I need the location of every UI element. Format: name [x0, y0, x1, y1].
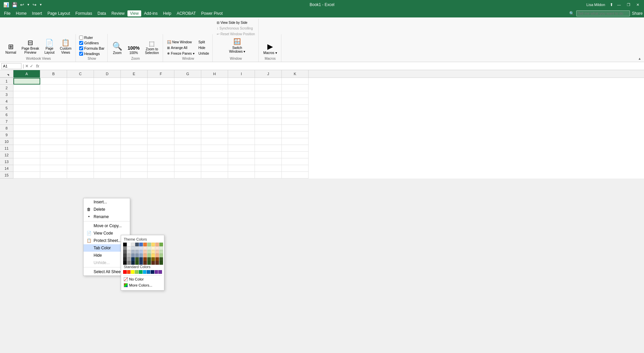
cell-K11[interactable] [282, 145, 309, 152]
color-swatch[interactable] [147, 250, 151, 254]
cell-J7[interactable] [255, 118, 282, 125]
ruler-input[interactable] [79, 36, 83, 40]
standard-color-swatch[interactable] [123, 270, 127, 274]
cell-A2[interactable] [13, 85, 40, 91]
col-header-c[interactable]: C [67, 70, 94, 78]
cell-E7[interactable] [121, 118, 148, 125]
cell-G15[interactable] [174, 172, 201, 179]
color-swatch[interactable] [147, 243, 151, 246]
cell-E9[interactable] [121, 132, 148, 138]
color-swatch[interactable] [151, 250, 155, 254]
menu-data[interactable]: Data [95, 10, 109, 16]
cell-C1[interactable] [67, 78, 94, 85]
unhide-button[interactable]: Unhide [197, 51, 211, 56]
row-5[interactable]: 5 [0, 105, 13, 111]
cell-K7[interactable] [282, 118, 309, 125]
color-swatch[interactable] [147, 261, 151, 265]
col-header-i[interactable]: I [228, 70, 255, 78]
cell-E10[interactable] [121, 138, 148, 145]
color-swatch[interactable] [147, 257, 151, 261]
col-header-a[interactable]: A [13, 70, 40, 78]
cell-H1[interactable] [201, 78, 228, 85]
restore-button[interactable]: ❐ [625, 2, 632, 8]
cell-A1[interactable] [13, 78, 40, 85]
ruler-checkbox[interactable]: Ruler [78, 35, 94, 40]
cell-E14[interactable] [121, 165, 148, 172]
color-swatch[interactable] [131, 250, 135, 254]
cell-B14[interactable] [40, 165, 67, 172]
cell-F13[interactable] [148, 158, 174, 165]
color-swatch[interactable] [131, 261, 135, 265]
cell-C3[interactable] [67, 91, 94, 98]
formula-bar-checkbox[interactable]: Formula Bar [78, 46, 105, 51]
cell-J15[interactable] [255, 172, 282, 179]
cell-A13[interactable] [13, 158, 40, 165]
cell-F12[interactable] [148, 152, 174, 158]
page-layout-button[interactable]: 📄 PageLayout [43, 38, 57, 56]
cell-C4[interactable] [67, 98, 94, 105]
cell-E13[interactable] [121, 158, 148, 165]
close-button[interactable]: ✕ [634, 2, 641, 8]
cell-D13[interactable] [94, 158, 121, 165]
cell-G10[interactable] [174, 138, 201, 145]
cell-K2[interactable] [282, 85, 309, 91]
cell-G14[interactable] [174, 165, 201, 172]
cell-D6[interactable] [94, 111, 121, 118]
minimize-button[interactable]: — [615, 2, 623, 7]
cell-G7[interactable] [174, 118, 201, 125]
cell-B4[interactable] [40, 98, 67, 105]
color-swatch[interactable] [147, 246, 151, 250]
cell-G13[interactable] [174, 158, 201, 165]
cell-J4[interactable] [255, 98, 282, 105]
color-swatch[interactable] [135, 257, 139, 261]
cell-I8[interactable] [228, 125, 255, 132]
cell-K14[interactable] [282, 165, 309, 172]
color-swatch[interactable] [127, 246, 131, 250]
macros-button[interactable]: ▶ Macros ▾ [261, 42, 279, 56]
color-swatch[interactable] [139, 257, 143, 261]
color-swatch[interactable] [159, 254, 163, 257]
standard-color-swatch[interactable] [147, 270, 150, 274]
cell-B1[interactable] [40, 78, 67, 85]
cell-G9[interactable] [174, 132, 201, 138]
row-10[interactable]: 10 [0, 138, 13, 145]
menu-power-pivot[interactable]: Power Pivot [199, 10, 225, 16]
name-box[interactable] [1, 63, 21, 69]
color-swatch[interactable] [159, 246, 163, 250]
color-swatch[interactable] [127, 250, 131, 254]
color-swatch[interactable] [139, 246, 143, 250]
cell-E6[interactable] [121, 111, 148, 118]
row-7[interactable]: 7 [0, 118, 13, 125]
cell-D8[interactable] [94, 125, 121, 132]
cell-I15[interactable] [228, 172, 255, 179]
color-swatch[interactable] [155, 254, 159, 257]
cell-C7[interactable] [67, 118, 94, 125]
cancel-formula-icon[interactable]: ✕ [25, 64, 29, 68]
color-swatch[interactable] [123, 254, 127, 257]
cell-A15[interactable] [13, 172, 40, 179]
cell-G1[interactable] [174, 78, 201, 85]
color-swatch[interactable] [139, 254, 143, 257]
cell-J6[interactable] [255, 111, 282, 118]
color-swatch[interactable] [131, 246, 135, 250]
arrange-all-button[interactable]: ⊞Arrange All [166, 45, 196, 50]
cell-D1[interactable] [94, 78, 121, 85]
color-swatch[interactable] [123, 246, 127, 250]
color-swatch[interactable] [131, 243, 135, 246]
ribbon-display-icon[interactable]: ⬆ [610, 2, 613, 7]
cell-B10[interactable] [40, 138, 67, 145]
cell-C9[interactable] [67, 132, 94, 138]
redo-icon[interactable]: ↪ [32, 1, 37, 8]
cell-F15[interactable] [148, 172, 174, 179]
cell-F9[interactable] [148, 132, 174, 138]
headings-input[interactable] [79, 52, 83, 56]
cell-E3[interactable] [121, 91, 148, 98]
cell-C12[interactable] [67, 152, 94, 158]
color-swatch[interactable] [143, 261, 147, 265]
color-swatch[interactable] [155, 250, 159, 254]
cell-D4[interactable] [94, 98, 121, 105]
cell-D15[interactable] [94, 172, 121, 179]
standard-color-swatch[interactable] [127, 270, 131, 274]
col-header-j[interactable]: J [255, 70, 282, 78]
switch-windows-button[interactable]: 🪟 SwitchWindows ▾ [227, 37, 247, 55]
